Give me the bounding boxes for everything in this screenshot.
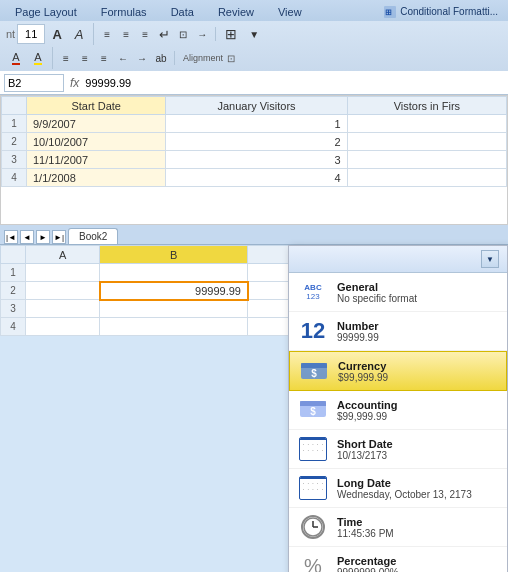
time-title: Time [337, 516, 394, 528]
main-cell-b2[interactable]: 99999.99 [100, 282, 248, 300]
cell-c4[interactable]: 4 [166, 169, 347, 187]
short_date-icon-wrapper: ·········· [297, 435, 329, 463]
align-top-right-icon[interactable]: ≡ [136, 27, 154, 41]
percentage-icon: % [297, 555, 329, 573]
percentage-title: Percentage [337, 555, 399, 567]
sheet-nav-prev[interactable]: ◄ [20, 230, 34, 244]
grow-font-icon[interactable]: A [69, 23, 89, 45]
cell-d2[interactable] [347, 133, 506, 151]
sheet-tab-book2[interactable]: Book2 [68, 228, 118, 244]
toolbar-row2: A A ≡ ≡ ≡ ← → ab Alignment ⊡ [0, 45, 508, 71]
cell-c2[interactable]: 2 [166, 133, 347, 151]
font-size-label: nt [6, 28, 15, 40]
time-icon [301, 515, 325, 539]
ribbon-tabs: Page Layout Formulas Data Review View ⊞ … [0, 0, 508, 21]
align-top-left-icon[interactable]: ≡ [98, 27, 116, 41]
font-size-input[interactable] [17, 24, 45, 44]
short_date-icon: ·········· [299, 437, 327, 461]
dropdown-item-general[interactable]: ABC 123 General No specific format [289, 273, 507, 312]
formula-input[interactable] [85, 77, 504, 89]
alignment-section-label: Alignment [183, 53, 223, 63]
cell-c3[interactable]: 3 [166, 151, 347, 169]
cell-b3[interactable]: 11/11/2007 [27, 151, 166, 169]
dropdown-item-short_date[interactable]: ·········· Short Date 10/13/2173 [289, 430, 507, 469]
top-sheet-row: 1 9/9/2007 1 [2, 115, 507, 133]
arrow-btn[interactable]: ▼ [244, 23, 264, 45]
alignment-expand-icon[interactable]: ⊡ [227, 53, 235, 64]
accounting-text: Accounting $99,999.99 [337, 399, 398, 422]
main-row-num-3: 3 [1, 300, 26, 318]
wrap-icon[interactable]: ↵ [155, 27, 173, 41]
dropdown-item-long_date[interactable]: ·········· Long Date Wednesday, October … [289, 469, 507, 508]
cell-d1[interactable] [347, 115, 506, 133]
dropdown-item-accounting[interactable]: $ Accounting $99,999.99 [289, 391, 507, 430]
col-header-b[interactable]: Start Date [27, 97, 166, 115]
tab-view[interactable]: View [267, 2, 313, 21]
main-cell-a1[interactable] [26, 264, 100, 282]
tab-review[interactable]: Review [207, 2, 265, 21]
short_date-sample: 10/13/2173 [337, 450, 393, 461]
tab-formulas[interactable]: Formulas [90, 2, 158, 21]
sheet-top: Start Date January Visitors Vistors in F… [0, 95, 508, 225]
sheet-nav-last[interactable]: ►| [52, 230, 66, 244]
tab-data[interactable]: Data [160, 2, 205, 21]
align-left-icon[interactable]: ≡ [57, 51, 75, 65]
svg-text:$: $ [310, 406, 316, 417]
font-color-group: A A [6, 47, 53, 69]
orientation-icon[interactable]: ab [152, 51, 170, 65]
main-cell-a4[interactable] [26, 318, 100, 336]
font-size-group: nt A A [6, 23, 94, 45]
currency-icon: $ [298, 357, 330, 385]
conditional-formatting-icon: ⊞ [383, 5, 397, 19]
main-cell-a2[interactable] [26, 282, 100, 300]
cell-d3[interactable] [347, 151, 506, 169]
sheet-nav-next[interactable]: ► [36, 230, 50, 244]
tab-page-layout[interactable]: Page Layout [4, 2, 88, 21]
align-top-center-icon[interactable]: ≡ [117, 27, 135, 41]
col-header-c[interactable]: January Visitors [166, 97, 347, 115]
cell-c1[interactable]: 1 [166, 115, 347, 133]
top-sheet-row: 4 1/1/2008 4 [2, 169, 507, 187]
align-right-icon[interactable]: ≡ [95, 51, 113, 65]
font-color-icon[interactable]: A [6, 47, 26, 69]
highlight-icon[interactable]: A [28, 47, 48, 69]
col-header-d[interactable]: Vistors in Firs [347, 97, 506, 115]
cell-b4[interactable]: 1/1/2008 [27, 169, 166, 187]
general-sample: No specific format [337, 293, 417, 304]
sheet-nav-first[interactable]: |◄ [4, 230, 18, 244]
align-row2-group: ≡ ≡ ≡ ← → ab [57, 51, 175, 65]
percentage-sample: 9999999.00% [337, 567, 399, 573]
increase-indent-icon[interactable]: → [133, 51, 151, 65]
dropdown-arrow-btn[interactable]: ▼ [481, 250, 499, 268]
top-sheet-row: 3 11/11/2007 3 [2, 151, 507, 169]
highlight-a-icon: A [34, 51, 41, 65]
main-cell-a3[interactable] [26, 300, 100, 318]
cell-d4[interactable] [347, 169, 506, 187]
dropdown-item-percentage[interactable]: % Percentage 9999999.00% [289, 547, 507, 572]
number-text: Number 99999.99 [337, 320, 379, 343]
main-col-a[interactable]: A [26, 246, 100, 264]
dropdown-item-currency[interactable]: $ Currency $99,999.99 [289, 351, 507, 391]
svg-text:⊞: ⊞ [385, 8, 392, 17]
main-col-b[interactable]: B [100, 246, 248, 264]
number-format-dropdown: ▼ ABC 123 General No specific format 12 … [288, 245, 508, 572]
name-box[interactable] [4, 74, 64, 92]
main-cell-b4[interactable] [100, 318, 248, 336]
main-cell-b3[interactable] [100, 300, 248, 318]
cell-b2[interactable]: 10/10/2007 [27, 133, 166, 151]
more-icon[interactable]: ⊞ [220, 23, 242, 45]
align-center-icon[interactable]: ≡ [76, 51, 94, 65]
cell-b1[interactable]: 9/9/2007 [27, 115, 166, 133]
main-cell-b1[interactable] [100, 264, 248, 282]
align-icons-row2: ≡ ≡ ≡ ← → ab [57, 51, 170, 65]
formula-bar: fx [0, 71, 508, 95]
dropdown-item-number[interactable]: 12 Number 99999.99 [289, 312, 507, 351]
number-title: Number [337, 320, 379, 332]
dropdown-item-time[interactable]: Time 11:45:36 PM [289, 508, 507, 547]
indent-icon[interactable]: → [193, 27, 211, 41]
bold-icon[interactable]: A [47, 23, 67, 45]
merge-icon[interactable]: ⊡ [174, 27, 192, 41]
top-sheet-row: 2 10/10/2007 2 [2, 133, 507, 151]
conditional-formatting-btn[interactable]: ⊞ Conditional Formatti... [377, 2, 504, 21]
decrease-indent-icon[interactable]: ← [114, 51, 132, 65]
